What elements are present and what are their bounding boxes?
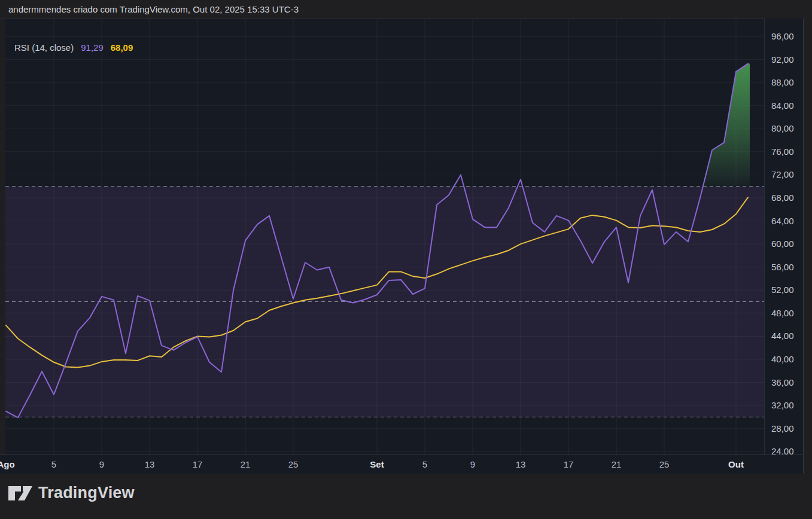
time-tick-label: 9 [99, 459, 104, 469]
time-tick-label: 25 [288, 459, 299, 469]
time-tick-label: 25 [659, 459, 670, 469]
price-tick-label: 68,00 [771, 193, 794, 203]
price-tick-label: 32,00 [771, 400, 794, 411]
time-month-label: Ago [0, 459, 15, 469]
time-tick-label: 17 [193, 459, 203, 469]
price-axis[interactable]: 96,0092,0088,0084,0080,0076,0072,0068,00… [764, 19, 804, 454]
price-tick-label: 80,00 [771, 123, 794, 134]
time-tick-label: 17 [564, 459, 574, 469]
tradingview-logo-icon [8, 484, 32, 502]
price-tick-label: 56,00 [771, 262, 794, 273]
time-tick-label: 21 [241, 459, 251, 469]
time-tick-label: 5 [422, 459, 427, 469]
price-tick-label: 76,00 [771, 146, 794, 157]
price-tick-label: 44,00 [771, 331, 794, 341]
time-tick-label: 9 [470, 459, 475, 469]
price-tick-label: 96,00 [771, 31, 794, 42]
price-tick-label: 64,00 [771, 216, 794, 227]
time-axis[interactable]: Ago5913172125Set5913172125Out [0, 454, 804, 474]
price-tick-label: 60,00 [771, 239, 794, 249]
time-tick-label: 21 [612, 459, 622, 469]
price-tick-label: 48,00 [771, 308, 794, 319]
tradingview-logo[interactable]: TradingView [8, 484, 135, 502]
price-tick-label: 36,00 [771, 377, 794, 388]
time-tick-label: 5 [51, 459, 56, 469]
tradingview-logo-text: TradingView [38, 484, 135, 502]
footer-bar: TradingView [0, 474, 812, 519]
price-tick-label: 84,00 [771, 100, 794, 111]
price-tick-label: 40,00 [771, 354, 794, 365]
tradingview-rsi-screenshot: { "header": { "attribution": "andermmend… [0, 0, 812, 519]
time-tick-label: 13 [516, 459, 526, 469]
rsi-current-value: 91,29 [81, 42, 104, 53]
price-tick-label: 88,00 [771, 77, 794, 88]
price-tick-label: 28,00 [771, 423, 794, 434]
time-month-label: Set [370, 459, 384, 469]
rsi-chart-canvas[interactable] [0, 19, 804, 454]
time-month-label: Out [728, 459, 744, 469]
price-tick-label: 92,00 [771, 54, 794, 65]
ma-current-value: 68,09 [111, 42, 133, 53]
price-tick-label: 24,00 [771, 446, 794, 454]
attribution-text: andermmendes criado com TradingView.com,… [8, 0, 299, 19]
price-tick-label: 52,00 [771, 285, 794, 295]
price-tick-label: 72,00 [771, 169, 794, 180]
time-tick-label: 13 [145, 459, 155, 469]
rsi-pane[interactable]: RSI (14, close) 91,29 68,09 [0, 19, 804, 454]
indicator-legend[interactable]: RSI (14, close) 91,29 68,09 [14, 42, 133, 53]
indicator-title: RSI (14, close) [14, 42, 74, 53]
